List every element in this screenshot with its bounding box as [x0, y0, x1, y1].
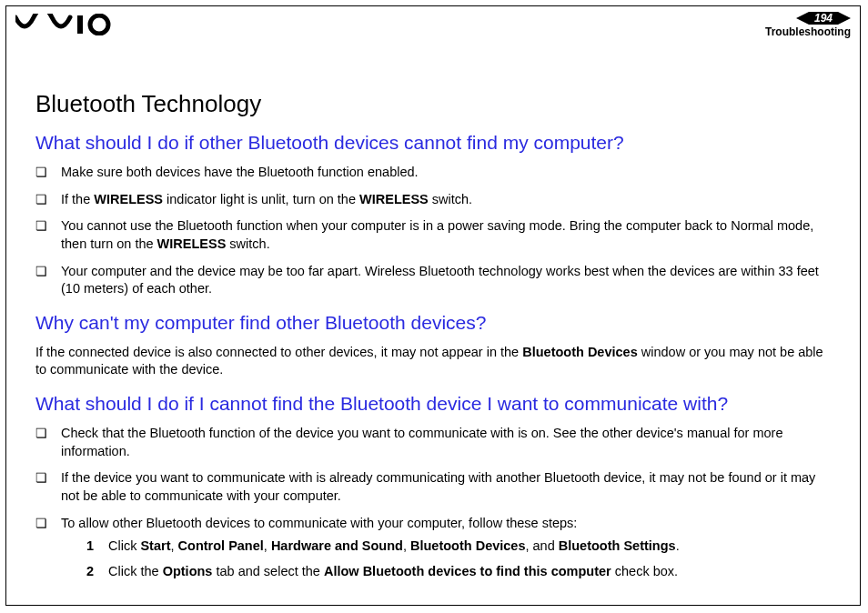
list-item: If the WIRELESS indicator light is unlit… [35, 191, 831, 209]
step-item: Click Start, Control Panel, Hardware and… [86, 538, 831, 556]
text: switch. [226, 236, 269, 251]
page-title: Bluetooth Technology [35, 90, 831, 118]
list-item: You cannot use the Bluetooth function wh… [35, 217, 831, 253]
list-item: Check that the Bluetooth function of the… [35, 425, 831, 460]
text: If the connected device is also connecte… [35, 345, 522, 359]
text: tab and select the [212, 564, 324, 578]
question-3-list: Check that the Bluetooth function of the… [35, 425, 831, 580]
bold-text: Bluetooth Devices [410, 538, 526, 553]
section-label: Troubleshooting [765, 26, 851, 37]
question-1-list: Make sure both devices have the Bluetoot… [35, 164, 831, 297]
text: indicator light is unlit, turn on the [163, 192, 359, 206]
text: switch. [429, 192, 472, 206]
text: , [403, 538, 410, 553]
question-3-heading: What should I do if I cannot find the Bl… [35, 392, 831, 416]
text: If the [61, 192, 94, 206]
bold-text: WIRELESS [359, 192, 429, 206]
bold-text: Bluetooth Settings [559, 538, 676, 553]
text: If the device you want to communicate wi… [61, 470, 815, 503]
text: Click the [108, 564, 163, 578]
list-item: Make sure both devices have the Bluetoot… [35, 164, 831, 182]
bold-text: Options [163, 564, 213, 578]
header-right: 194 Troubleshooting [765, 12, 851, 37]
bold-text: Hardware and Sound [271, 538, 403, 553]
question-2-heading: Why can't my computer find other Bluetoo… [35, 311, 831, 335]
prev-page-icon[interactable] [796, 12, 809, 25]
bold-text: Bluetooth Devices [522, 345, 638, 359]
text: check box. [611, 564, 678, 578]
text: , [171, 538, 178, 553]
page-frame: 194 Troubleshooting Bluetooth Technology… [5, 5, 861, 606]
vaio-logo-svg [15, 14, 116, 35]
vaio-logo [15, 14, 116, 35]
page-navigator: 194 [765, 12, 851, 25]
page-number: 194 [809, 12, 838, 25]
question-1-heading: What should I do if other Bluetooth devi… [35, 131, 831, 155]
text: Check that the Bluetooth function of the… [61, 426, 782, 458]
question-2-para: If the connected device is also connecte… [35, 344, 831, 379]
svg-rect-0 [77, 15, 83, 34]
bold-text: Control Panel [178, 538, 264, 553]
svg-point-1 [90, 15, 108, 34]
list-item: If the device you want to communicate wi… [35, 469, 831, 505]
text: Click [108, 538, 140, 553]
bold-text: Start [140, 538, 170, 553]
text: , and [525, 538, 558, 553]
step-item: Click the Options tab and select the All… [86, 563, 831, 581]
list-item: Your computer and the device may be too … [35, 263, 831, 298]
text: Your computer and the device may be too … [61, 264, 819, 296]
bold-text: WIRELESS [157, 236, 227, 251]
page-header: 194 Troubleshooting [6, 6, 860, 45]
page-content: Bluetooth Technology What should I do if… [6, 45, 860, 580]
text: Make sure both devices have the Bluetoot… [61, 165, 419, 179]
list-item: To allow other Bluetooth devices to comm… [35, 515, 831, 581]
text: , [264, 538, 271, 553]
steps-list: Click Start, Control Panel, Hardware and… [61, 538, 831, 580]
text: To allow other Bluetooth devices to comm… [61, 516, 577, 530]
next-page-icon[interactable] [838, 12, 851, 25]
text: . [676, 538, 680, 553]
bold-text: WIRELESS [94, 192, 163, 206]
bold-text: Allow Bluetooth devices to find this com… [324, 564, 611, 578]
